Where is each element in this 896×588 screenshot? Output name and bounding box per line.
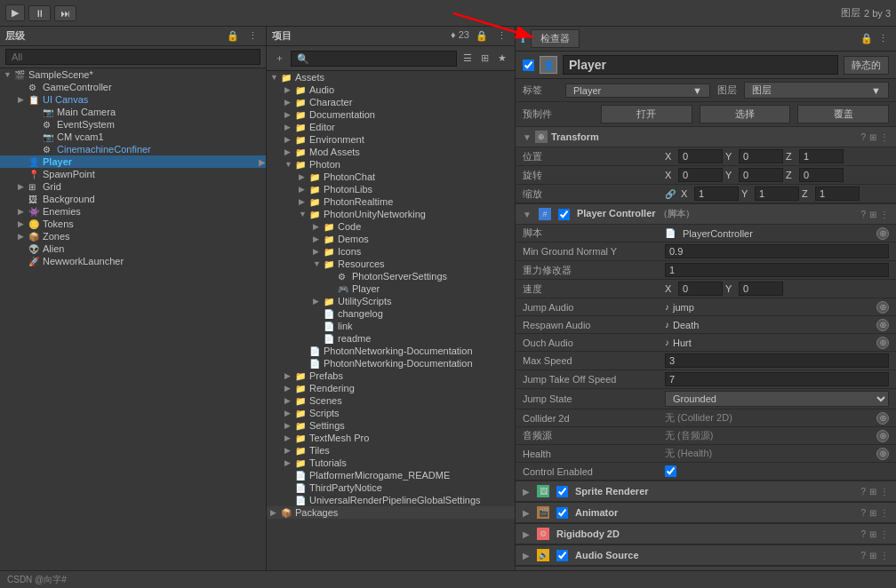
min-ground-normal-input[interactable] — [665, 244, 889, 258]
layer-value-dropdown[interactable]: 图层 ▼ — [744, 82, 889, 99]
audiosource-circle-btn[interactable]: ◎ — [876, 430, 889, 442]
transform-presets-btn[interactable]: ⊞ — [869, 132, 876, 142]
hierarchy-item-newworklauncher[interactable]: 🚀 NewworkLauncher — [0, 255, 266, 267]
health-circle-btn[interactable]: ◎ — [876, 448, 889, 460]
player-name-input[interactable] — [563, 55, 838, 75]
project-item-settings[interactable]: ▶ 📁 Settings — [267, 419, 515, 432]
tag-value-dropdown[interactable]: Player ▼ — [565, 83, 710, 98]
ouch-audio-circle-btn[interactable]: ◎ — [876, 337, 889, 349]
project-item-photonunitynetworking[interactable]: ▼ 📁 PhotonUnityNetworking — [267, 208, 515, 220]
playercontroller-section-header[interactable]: ▼ # Player Controller （脚本） ? ⊞ ⋮ — [516, 203, 896, 225]
project-item-packages[interactable]: ▶ 📦 Packages — [267, 506, 515, 519]
jump-takeoff-input[interactable] — [665, 372, 889, 386]
project-item-readme[interactable]: 📄 readme — [267, 332, 515, 345]
hierarchy-item-eventsystem[interactable]: ⚙ EventSystem — [0, 118, 266, 131]
hierarchy-item-cmvcam1[interactable]: 📷 CM vcam1 — [0, 131, 266, 143]
speed-y-input[interactable] — [739, 282, 783, 296]
project-item-player-asset[interactable]: 🎮 Player — [267, 282, 515, 295]
playercontroller-help-btn[interactable]: ? — [860, 210, 866, 219]
sprite-renderer-presets-btn[interactable]: ⊞ — [869, 487, 876, 497]
project-add-btn[interactable]: ＋ — [272, 51, 287, 66]
pos-x-input[interactable] — [678, 149, 723, 163]
hierarchy-item-grid[interactable]: ▶ ⊞ Grid — [0, 180, 266, 193]
project-search-input[interactable] — [291, 51, 457, 67]
rigidbody2d-menu-btn[interactable]: ⋮ — [880, 529, 889, 539]
animator-presets-btn[interactable]: ⊞ — [869, 508, 876, 518]
scale-z-input[interactable] — [815, 187, 860, 201]
hierarchy-item-samplescene[interactable]: ▼ 🎬 SampleScene* — [0, 68, 266, 81]
hierarchy-item-background[interactable]: 🖼 Background — [0, 193, 266, 205]
project-item-changelog[interactable]: 📄 changelog — [267, 307, 515, 320]
hierarchy-item-maincamera[interactable]: 📷 Main Camera — [0, 106, 266, 118]
hierarchy-item-uicanvas[interactable]: ▶ 📋 UI Canvas — [0, 93, 266, 106]
hierarchy-search-input[interactable] — [5, 49, 260, 65]
hierarchy-item-gamecontroller[interactable]: ⚙ GameController — [0, 81, 266, 93]
project-view-btn[interactable]: ⊞ — [478, 52, 492, 65]
collider2d-circle-btn[interactable]: ◎ — [876, 412, 889, 425]
prefab-override-btn[interactable]: 覆盖 — [797, 105, 889, 123]
prefab-open-btn[interactable]: 打开 — [601, 105, 692, 123]
sprite-renderer-menu-btn[interactable]: ⋮ — [880, 487, 889, 497]
project-item-platformer-readme[interactable]: 📄 PlatformerMicrogame_README — [267, 469, 515, 481]
inspector-lock-btn[interactable]: 🔒 — [858, 32, 876, 45]
audiosource-section-header[interactable]: ▶ 🔊 Audio Source ? ⊞ ⋮ — [516, 544, 896, 566]
hierarchy-item-enemies[interactable]: ▶ 👾 Enemies — [0, 205, 266, 218]
animator-checkbox[interactable] — [556, 507, 568, 519]
project-item-icons[interactable]: ▶ 📁 Icons — [267, 245, 515, 258]
project-item-character[interactable]: ▶ 📁 Character — [267, 96, 515, 108]
audiosource-comp-checkbox[interactable] — [556, 550, 568, 561]
transform-section-header[interactable]: ▼ ⊕ Transform ? ⊞ ⋮ — [516, 127, 896, 147]
pause-button[interactable]: ⏸ — [28, 5, 51, 21]
project-item-urp[interactable]: 📄 UniversalRenderPipelineGlobalSettings — [267, 494, 515, 506]
speed-x-input[interactable] — [678, 282, 723, 296]
audiosource-comp-presets-btn[interactable]: ⊞ — [869, 551, 876, 560]
project-item-environment[interactable]: ▶ 📁 Environment — [267, 133, 515, 146]
project-item-textmeshpro[interactable]: ▶ 📁 TextMesh Pro — [267, 432, 515, 444]
project-item-photonchat[interactable]: ▶ 📁 PhotonChat — [267, 171, 515, 183]
rigidbody2d-presets-btn[interactable]: ⊞ — [869, 529, 876, 539]
project-item-assets[interactable]: ▼ 📁 Assets — [267, 71, 515, 83]
hierarchy-menu-btn[interactable]: ⋮ — [245, 29, 260, 43]
project-item-photon[interactable]: ▼ 📁 Photon — [267, 158, 515, 171]
project-item-scenes[interactable]: ▶ 📁 Scenes — [267, 394, 515, 407]
project-item-scripts[interactable]: ▶ 📁 Scripts — [267, 407, 515, 419]
static-button[interactable]: 静态的 — [844, 56, 889, 75]
step-button[interactable]: ⏭ — [54, 5, 76, 21]
project-item-tutorials[interactable]: ▶ 📁 Tutorials — [267, 457, 515, 469]
control-enabled-checkbox[interactable] — [665, 465, 676, 477]
project-item-audio[interactable]: ▶ 📁 Audio — [267, 83, 515, 96]
project-item-resources[interactable]: ▼ 📁 Resources — [267, 258, 515, 270]
project-item-demos[interactable]: ▶ 📁 Demos — [267, 233, 515, 245]
hierarchy-item-zones[interactable]: ▶ 📦 Zones — [0, 230, 266, 242]
hierarchy-item-spawnpoint[interactable]: 📍 SpawnPoint — [0, 168, 266, 180]
max-speed-input[interactable] — [665, 354, 889, 368]
animator-help-btn[interactable]: ? — [860, 508, 866, 518]
rot-x-input[interactable] — [678, 168, 723, 182]
script-circle-btn[interactable]: ◎ — [876, 227, 889, 240]
project-item-utilityscripts[interactable]: ▶ 📁 UtilityScripts — [267, 295, 515, 307]
hierarchy-item-cinemachineconfiner[interactable]: ⚙ CinemachineConfiner — [0, 143, 266, 155]
rigidbody2d-help-btn[interactable]: ? — [860, 529, 866, 539]
project-item-tiles[interactable]: ▶ 📁 Tiles — [267, 444, 515, 457]
transform-menu-btn[interactable]: ⋮ — [880, 132, 889, 142]
audiosource-comp-help-btn[interactable]: ? — [860, 551, 866, 560]
animator-menu-btn[interactable]: ⋮ — [880, 508, 889, 518]
rigidbody2d-section-header[interactable]: ▶ ⚙ Rigidbody 2D ? ⊞ ⋮ — [516, 523, 896, 544]
respawn-audio-circle-btn[interactable]: ◎ — [876, 319, 889, 331]
project-item-rendering[interactable]: ▶ 📁 Rendering — [267, 382, 515, 394]
project-lock-btn[interactable]: 🔒 — [473, 29, 491, 43]
project-item-thirdparty[interactable]: 📄 ThirdPartyNotice — [267, 481, 515, 494]
play-button[interactable]: ▶ — [5, 4, 25, 21]
gravity-input[interactable] — [665, 263, 889, 277]
project-item-link[interactable]: 📄 link — [267, 320, 515, 332]
playercontroller-presets-btn[interactable]: ⊞ — [869, 210, 876, 219]
hierarchy-item-tokens[interactable]: ▶ 🪙 Tokens — [0, 218, 266, 230]
project-menu-btn[interactable]: ⋮ — [494, 29, 509, 43]
project-item-photonrealtime[interactable]: ▶ 📁 PhotonRealtime — [267, 195, 515, 208]
inspector-tab[interactable]: 检查器 — [531, 29, 580, 48]
jump-state-select[interactable]: Grounded PrepareToJump Jumping InFlight … — [665, 391, 889, 407]
transform-help-btn[interactable]: ? — [860, 132, 866, 142]
sprite-renderer-help-btn[interactable]: ? — [860, 487, 866, 497]
hierarchy-item-alien[interactable]: 👽 Alien — [0, 242, 266, 255]
project-item-photondoc1[interactable]: 📄 PhotonNetworking-Documentation — [267, 345, 515, 357]
